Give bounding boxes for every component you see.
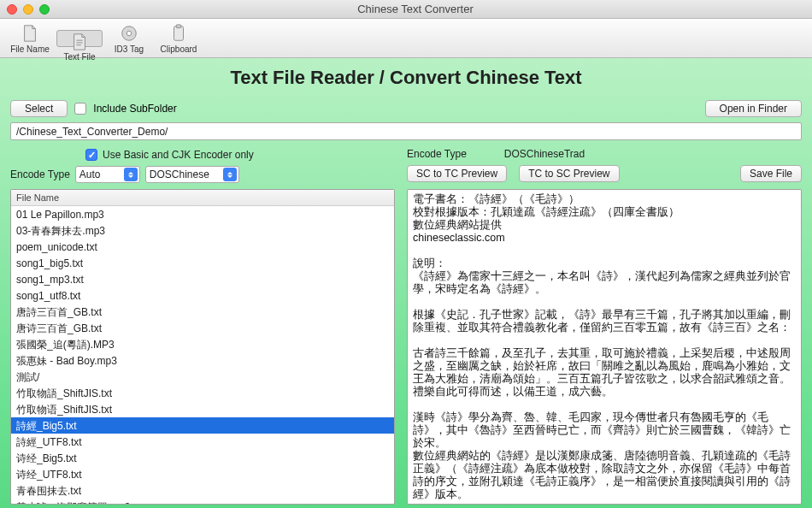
chevron-updown-icon [223,168,237,181]
list-item[interactable]: 诗经_UTF8.txt [11,466,394,482]
svg-rect-6 [176,24,181,27]
close-icon[interactable] [7,4,17,15]
list-item[interactable]: song1_mp3.txt [11,271,394,287]
list-item[interactable]: poem_unicode.txt [11,239,394,255]
open-in-finder-button[interactable]: Open in Finder [705,100,802,117]
list-item[interactable]: 唐诗三百首_GB.txt [11,320,394,336]
list-item[interactable]: 诗经_Big5.txt [11,450,394,466]
titlebar: Chinese Text Converter [0,0,812,19]
tab-id3-tag[interactable]: ID3 Tag [106,21,152,56]
tab-label: Text File [63,52,95,62]
tab-file-name[interactable]: File Name [7,21,53,56]
tab-label: ID3 Tag [115,44,144,54]
list-item[interactable]: song1_big5.txt [11,255,394,271]
list-item[interactable]: 測試/ [11,369,394,385]
chevron-updown-icon [124,168,138,181]
include-subfolder-label: Include SubFolder [93,103,176,115]
right-column: Encode Type DOSChineseTrad SC to TC Prev… [407,146,802,505]
encode-select-1[interactable]: Auto [75,166,140,183]
list-item[interactable]: 唐詩三百首_GB.txt [11,304,394,320]
encode-type-right-label: Encode Type [407,148,467,160]
file-list-header[interactable]: File Name [11,190,394,206]
page-title: Text File Reader / Convert Chinese Text [10,67,802,89]
svg-rect-5 [174,26,184,40]
basic-cjk-checkbox[interactable] [85,149,97,161]
file-list-body: 01 Le Papillon.mp303-青春舞抹去.mp3poem_unico… [11,206,394,504]
list-item[interactable]: 01 Le Papillon.mp3 [11,206,394,222]
encode-type-label: Encode Type [10,168,70,180]
encode-type-right-value: DOSChineseTrad [504,148,585,160]
tab-label: Clipboard [161,44,197,54]
minimize-icon[interactable] [23,4,33,15]
list-item[interactable]: 03-青春舞抹去.mp3 [11,222,394,239]
clipboard-icon [168,23,189,44]
zoom-icon[interactable] [39,4,50,15]
list-item[interactable]: 張國榮_追(粵語).MP3 [11,336,394,352]
textfile-icon [69,32,90,51]
svg-point-4 [127,31,132,36]
list-item[interactable]: 竹取物語_ShiftJIS.txt [11,385,394,401]
encode-select-2-value: DOSChinese [150,168,209,180]
text-preview[interactable]: 電子書名：《詩經》（《毛詩》） 校對根據版本：孔穎達疏《詩經注疏》（四庫全書版）… [407,189,802,505]
list-item[interactable]: 黃小琥 - 沒那麼簡單.mp3 [11,499,394,504]
file-list: File Name 01 Le Papillon.mp303-青春舞抹去.mp3… [10,189,395,505]
tc-to-sc-button[interactable]: TC to SC Preview [519,165,619,182]
list-item[interactable]: song1_utf8.txt [11,287,394,304]
content: Text File Reader / Convert Chinese Text … [0,58,812,508]
include-subfolder-checkbox[interactable] [74,103,86,115]
list-item[interactable]: 青春围抹去.txt [11,482,394,499]
id3-icon [119,23,139,44]
list-item[interactable]: 詩經_Big5.txt [11,417,394,434]
traffic-lights [7,4,50,15]
path-input[interactable]: /Chinese_Text_Converter_Demo/ [10,122,802,140]
tab-clipboard[interactable]: Clipboard [156,21,202,56]
sc-to-tc-button[interactable]: SC to TC Preview [407,165,507,182]
encode-select-1-value: Auto [79,168,101,180]
list-item[interactable]: 詩經_UTF8.txt [11,434,394,450]
list-item[interactable]: 張惠妹 - Bad Boy.mp3 [11,352,394,369]
encode-select-2[interactable]: DOSChinese [145,166,239,183]
window-title: Chinese Text Converter [60,3,771,15]
basic-cjk-label: Use Basic and CJK Encoder only [103,149,254,161]
save-file-button[interactable]: Save File [740,165,802,182]
tab-label: File Name [10,44,50,54]
list-item[interactable]: 竹取物语_ShiftJIS.txt [11,401,394,417]
toolbar: File Name Text File ID3 Tag Clipboard [0,19,812,58]
file-icon [20,23,40,44]
select-button[interactable]: Select [10,100,68,117]
left-column: Use Basic and CJK Encoder only Encode Ty… [10,146,395,505]
tab-text-file[interactable]: Text File [56,30,103,47]
